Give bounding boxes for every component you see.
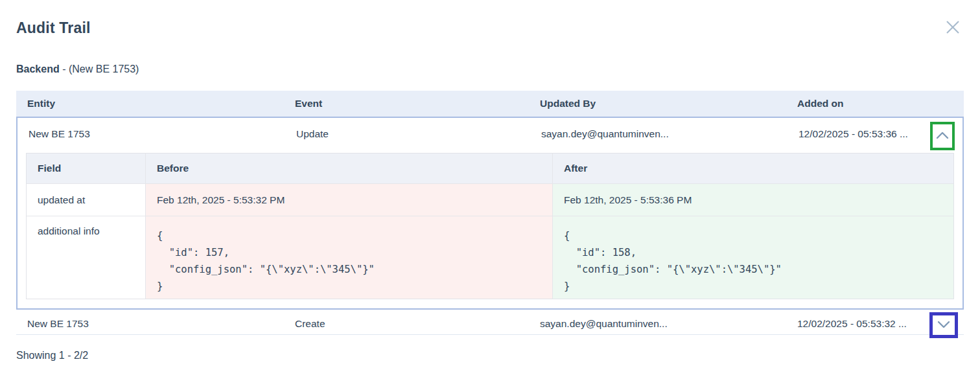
- expand-row-button[interactable]: [929, 312, 958, 338]
- entity-type-label: Backend: [16, 63, 60, 74]
- table-row[interactable]: New BE 1753 Update sayan.dey@quantuminve…: [18, 118, 962, 150]
- column-header-event: Event: [284, 91, 529, 117]
- table-header-row: Entity Event Updated By Added on: [16, 91, 964, 117]
- diff-field-name: updated at: [27, 184, 145, 216]
- chevron-up-icon: [935, 131, 950, 142]
- audit-table: Entity Event Updated By Added on New BE …: [16, 91, 964, 335]
- entity-value: New BE 1753: [16, 310, 284, 338]
- audit-trail-dialog: Audit Trail Backend - (New BE 1753) Enti…: [0, 0, 980, 377]
- close-button[interactable]: [943, 18, 962, 38]
- diff-header-field: Field: [27, 154, 145, 183]
- diff-header-before: Before: [145, 154, 552, 183]
- event-value: Create: [284, 310, 529, 338]
- event-value: Update: [285, 118, 530, 150]
- column-header-actions: [924, 91, 964, 117]
- diff-after-json: { "id": 158, "config_json": "{\"xyz\":\"…: [552, 216, 953, 299]
- pagination-status: Showing 1 - 2/2: [16, 350, 964, 361]
- diff-before-json: { "id": 157, "config_json": "{\"xyz\":\"…: [145, 216, 552, 299]
- chevron-down-icon: [936, 320, 951, 331]
- column-header-added-on: Added on: [786, 91, 924, 117]
- added-on-value: 12/02/2025 - 05:53:36 ...: [788, 118, 922, 150]
- column-header-entity: Entity: [16, 91, 284, 117]
- table-row[interactable]: New BE 1753 Create sayan.dey@quantuminve…: [16, 310, 964, 335]
- diff-after-value: Feb 12th, 2025 - 5:53:36 PM: [552, 184, 953, 216]
- close-icon: [944, 19, 961, 38]
- diff-field-name: additional info: [27, 216, 145, 299]
- entity-name-label: - (New BE 1753): [60, 63, 139, 74]
- updated-by-value: sayan.dey@quantuminven...: [530, 118, 788, 150]
- collapse-row-button[interactable]: [930, 122, 955, 150]
- added-on-value: 12/02/2025 - 05:53:32 ...: [786, 310, 924, 338]
- page-title: Audit Trail: [16, 19, 91, 37]
- row-actions: [924, 310, 964, 338]
- updated-by-value: sayan.dey@quantuminven...: [529, 310, 786, 338]
- diff-header-after: After: [552, 154, 953, 183]
- diff-row-additional-info: additional info { "id": 157, "config_jso…: [27, 216, 953, 299]
- diff-header-row: Field Before After: [27, 154, 953, 183]
- expanded-row-group: New BE 1753 Update sayan.dey@quantuminve…: [16, 117, 964, 310]
- diff-table: Field Before After updated at Feb 12th, …: [26, 153, 954, 299]
- column-header-updated-by: Updated By: [529, 91, 786, 117]
- dialog-header: Audit Trail: [16, 0, 964, 38]
- diff-before-value: Feb 12th, 2025 - 5:53:32 PM: [145, 184, 552, 216]
- row-actions: [922, 118, 962, 150]
- entity-value: New BE 1753: [18, 118, 285, 150]
- diff-row-updated-at: updated at Feb 12th, 2025 - 5:53:32 PM F…: [27, 183, 953, 216]
- row-detail-panel: Field Before After updated at Feb 12th, …: [18, 150, 962, 308]
- breadcrumb: Backend - (New BE 1753): [16, 63, 964, 75]
